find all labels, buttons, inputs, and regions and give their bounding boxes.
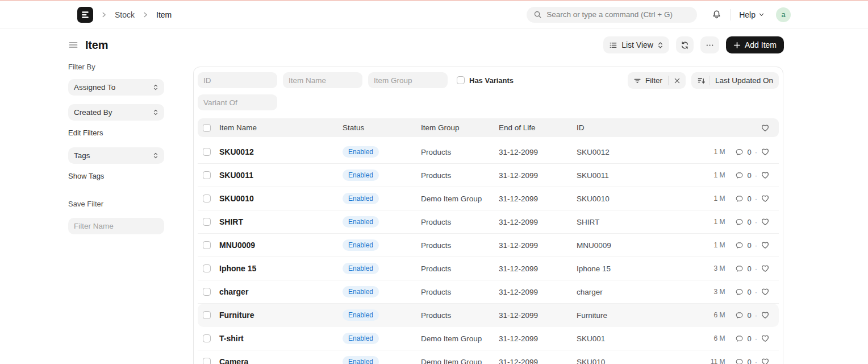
- item-name-link[interactable]: Iphone 15: [219, 264, 343, 273]
- row-meta: 3 M 0 ·: [688, 264, 779, 273]
- more-options-button[interactable]: [700, 36, 719, 53]
- row-checkbox[interactable]: [203, 195, 211, 202]
- global-search-input[interactable]: Search or type a command (Ctrl + G): [527, 7, 697, 23]
- heart-icon[interactable]: [761, 357, 770, 364]
- like-filter-button[interactable]: [761, 123, 779, 133]
- item-name-link[interactable]: charger: [219, 287, 343, 296]
- comment-icon[interactable]: [735, 311, 744, 320]
- heart-icon[interactable]: [761, 264, 770, 273]
- row-checkbox[interactable]: [203, 171, 211, 179]
- table-row[interactable]: SHIRT Enabled Products 31-12-2099 SHIRT …: [198, 210, 779, 234]
- assigned-to-select[interactable]: Assigned To: [68, 79, 164, 96]
- sort-field-button[interactable]: Last Updated On: [710, 72, 779, 89]
- heart-icon[interactable]: [761, 147, 770, 156]
- comment-icon[interactable]: [735, 148, 744, 156]
- view-switcher-button[interactable]: List View: [603, 36, 669, 53]
- row-meta: 11 M 0 ·: [688, 357, 779, 364]
- column-header-id[interactable]: ID: [577, 123, 761, 132]
- item-name-link[interactable]: T-shirt: [219, 334, 343, 343]
- filter-item-group-input[interactable]: [368, 72, 448, 88]
- table-row[interactable]: SKU0010 Enabled Demo Item Group 31-12-20…: [198, 187, 779, 210]
- heart-icon[interactable]: [761, 171, 770, 180]
- heart-icon[interactable]: [761, 217, 770, 226]
- filter-item-name-input[interactable]: [283, 72, 362, 88]
- row-checkbox[interactable]: [203, 264, 211, 272]
- breadcrumb-item[interactable]: Item: [156, 10, 172, 19]
- erpnext-logo[interactable]: [77, 7, 93, 23]
- item-name-link[interactable]: SKU0011: [219, 171, 343, 180]
- comment-icon[interactable]: [735, 264, 744, 273]
- table-header-row: Item Name Status Item Group End of Life …: [198, 118, 779, 137]
- show-tags-link[interactable]: Show Tags: [68, 172, 165, 180]
- last-modified-label: 1 M: [713, 171, 725, 179]
- has-variants-toggle[interactable]: Has Variants: [457, 76, 514, 85]
- column-header-end-of-life[interactable]: End of Life: [499, 123, 577, 132]
- comment-icon[interactable]: [735, 218, 744, 226]
- filter-button[interactable]: Filter: [628, 72, 686, 89]
- comment-icon[interactable]: [735, 195, 744, 203]
- item-name-link[interactable]: Furniture: [219, 311, 343, 320]
- clear-filter-button[interactable]: [669, 72, 686, 89]
- table-row[interactable]: Furniture Enabled Products 31-12-2099 Fu…: [198, 304, 779, 327]
- has-variants-checkbox[interactable]: [457, 76, 465, 84]
- breadcrumb-chevron-icon: [100, 11, 108, 19]
- item-name-link[interactable]: SKU0012: [219, 147, 343, 156]
- sidebar-toggle-button[interactable]: [68, 40, 78, 50]
- table-row[interactable]: SKU0011 Enabled Products 31-12-2099 SKU0…: [198, 164, 779, 187]
- user-avatar[interactable]: a: [776, 7, 791, 22]
- filter-id-input[interactable]: [198, 72, 277, 88]
- created-by-select[interactable]: Created By: [68, 104, 164, 121]
- row-checkbox[interactable]: [203, 358, 211, 364]
- select-all-checkbox[interactable]: [203, 124, 211, 132]
- heart-icon[interactable]: [761, 334, 770, 343]
- row-checkbox[interactable]: [203, 241, 211, 249]
- table-row[interactable]: Camera Enabled Demo Item Group 31-12-209…: [198, 350, 779, 364]
- table-row[interactable]: T-shirt Enabled Demo Item Group 31-12-20…: [198, 327, 779, 350]
- filter-variant-of-input[interactable]: [198, 94, 277, 110]
- table-row[interactable]: SKU0012 Enabled Products 31-12-2099 SKU0…: [198, 140, 779, 164]
- row-checkbox[interactable]: [203, 288, 211, 296]
- row-checkbox[interactable]: [203, 148, 211, 156]
- refresh-button[interactable]: [676, 36, 694, 53]
- last-modified-label: 11 M: [711, 358, 725, 364]
- sort-button[interactable]: Last Updated On: [691, 72, 779, 89]
- help-menu-button[interactable]: Help: [739, 10, 765, 19]
- comment-icon[interactable]: [735, 171, 744, 180]
- heart-icon[interactable]: [761, 311, 770, 320]
- status-badge: Enabled: [343, 356, 379, 364]
- heart-icon[interactable]: [761, 241, 770, 250]
- comment-icon[interactable]: [735, 241, 744, 250]
- sort-direction-button[interactable]: [691, 72, 709, 89]
- item-name-link[interactable]: MNU0009: [219, 241, 343, 250]
- column-header-item-group[interactable]: Item Group: [421, 123, 499, 132]
- item-name-link[interactable]: SKU0010: [219, 194, 343, 203]
- column-header-item-name[interactable]: Item Name: [219, 123, 343, 132]
- comment-count: 0: [747, 195, 751, 203]
- last-modified-label: 3 M: [713, 264, 725, 272]
- heart-icon[interactable]: [761, 194, 770, 203]
- heart-icon[interactable]: [761, 287, 770, 296]
- table-row[interactable]: charger Enabled Products 31-12-2099 char…: [198, 280, 779, 304]
- comment-icon[interactable]: [735, 334, 744, 343]
- row-meta: 1 M 0 ·: [688, 171, 779, 180]
- tags-select[interactable]: Tags: [68, 147, 164, 164]
- row-checkbox[interactable]: [203, 334, 211, 342]
- item-name-link[interactable]: Camera: [219, 357, 343, 364]
- edit-filters-link[interactable]: Edit Filters: [68, 129, 165, 137]
- status-badge: Enabled: [343, 193, 379, 204]
- table-row[interactable]: MNU0009 Enabled Products 31-12-2099 MNU0…: [198, 234, 779, 257]
- add-item-button[interactable]: Add Item: [726, 36, 784, 53]
- row-checkbox[interactable]: [203, 311, 211, 319]
- item-group-cell: Demo Item Group: [421, 358, 499, 364]
- item-name-link[interactable]: SHIRT: [219, 217, 343, 226]
- filter-button-main[interactable]: Filter: [628, 72, 668, 89]
- table-row[interactable]: Iphone 15 Enabled Products 31-12-2099 Ip…: [198, 257, 779, 280]
- comment-icon[interactable]: [735, 288, 744, 296]
- notifications-button[interactable]: [712, 10, 721, 19]
- filter-name-input[interactable]: [68, 218, 164, 234]
- row-checkbox[interactable]: [203, 218, 211, 226]
- breadcrumb-stock[interactable]: Stock: [115, 10, 135, 19]
- view-switcher-label: List View: [621, 40, 653, 49]
- comment-icon[interactable]: [735, 358, 744, 364]
- column-header-status[interactable]: Status: [343, 123, 421, 132]
